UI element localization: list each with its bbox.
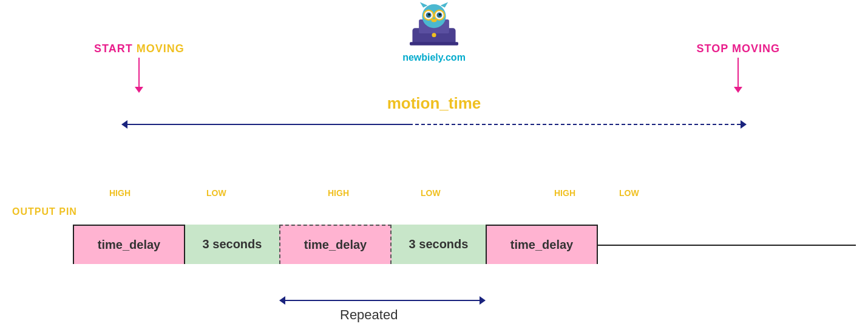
site-url: newbiely.com [385, 52, 483, 63]
high-block-1: time_delay [73, 225, 185, 264]
rep-arrow-right [480, 296, 486, 305]
start-moving-label: START MOVING [94, 42, 185, 88]
time-delay-1: time_delay [98, 238, 160, 252]
rep-arrow-left [279, 296, 285, 305]
low-block-2: 3 seconds [392, 225, 486, 264]
high-block-2: time_delay [279, 225, 392, 264]
low-label-1: LOW [206, 188, 226, 198]
output-pin-label: OUTPUT PIN [12, 206, 77, 217]
repeated-label: Repeated [340, 307, 398, 323]
arrow-dashed-line [397, 124, 741, 125]
start-arrow-down [138, 58, 140, 88]
svg-marker-4 [420, 2, 427, 8]
main-container: newbiely.com START MOVING STOP MOVING mo… [0, 0, 868, 332]
stop-moving-label: STOP MOVING [697, 42, 780, 88]
svg-marker-5 [441, 2, 448, 8]
svg-point-14 [439, 13, 441, 16]
low-block-1: 3 seconds [185, 225, 279, 264]
start-moving-text: START MOVING [94, 42, 185, 55]
time-delay-3: time_delay [510, 238, 573, 252]
low-label-3: LOW [619, 188, 639, 198]
arrow-right-head [741, 120, 747, 129]
repeated-arrow [279, 296, 486, 305]
high-label-1: HIGH [109, 188, 131, 198]
arrow-left-head [121, 120, 127, 129]
motion-time-arrow [121, 118, 747, 130]
motion-time-label: motion_time [387, 94, 481, 113]
stop-moving-text: STOP MOVING [697, 42, 780, 55]
high-label-3: HIGH [554, 188, 575, 198]
svg-point-15 [432, 19, 437, 22]
svg-point-13 [428, 13, 430, 16]
top-section: newbiely.com START MOVING STOP MOVING mo… [0, 0, 868, 164]
high-block-3: time_delay [486, 225, 598, 264]
owl-logo: newbiely.com [385, 0, 483, 63]
owl-icon [407, 0, 461, 49]
arrow-solid-line [127, 124, 409, 125]
bottom-section: OUTPUT PIN HIGH time_delay LOW 3 seconds [0, 173, 868, 332]
time-delay-2: time_delay [304, 238, 367, 252]
svg-point-16 [432, 33, 436, 37]
rep-arrow-line [285, 300, 480, 301]
high-label-2: HIGH [328, 188, 349, 198]
svg-rect-1 [410, 42, 458, 45]
seconds-2: 3 seconds [409, 237, 469, 251]
low-label-2: LOW [421, 188, 441, 198]
stop-arrow-down [737, 58, 739, 88]
timing-diagram: HIGH time_delay LOW 3 seconds HIGH time_… [73, 185, 856, 264]
seconds-1: 3 seconds [203, 237, 262, 251]
